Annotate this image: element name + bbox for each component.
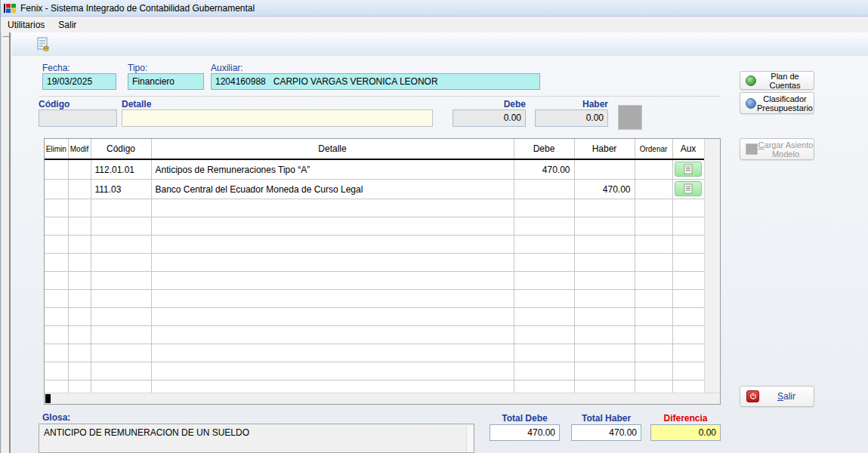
cell-detalle[interactable]: Banco Central del Ecuador Moneda de Curs… <box>151 180 514 199</box>
cell-codigo[interactable]: 111.03 <box>91 180 151 199</box>
cell-ordenar <box>635 290 672 308</box>
fecha-label: Fecha: <box>42 63 70 73</box>
col-header-elimin: Elimin <box>45 139 68 159</box>
cell-aux <box>672 272 704 290</box>
salir-button[interactable]: Salir <box>740 386 814 407</box>
cell-elimin[interactable] <box>45 159 68 180</box>
table-row <box>45 308 704 326</box>
tipo-field[interactable]: Financiero <box>128 73 204 90</box>
clasificador-presupuestario-button[interactable]: Clasificador Presupuestario <box>740 92 814 114</box>
cell-ordenar <box>635 362 672 381</box>
cell-detalle <box>151 326 514 344</box>
cell-debe <box>514 308 574 326</box>
aux-button[interactable] <box>675 181 702 196</box>
cell-aux <box>672 236 704 254</box>
cell-elimin <box>45 199 68 217</box>
glosa-scrollbar[interactable] <box>466 425 473 452</box>
cell-elimin <box>45 272 68 290</box>
cell-modif <box>68 199 91 217</box>
cell-detalle[interactable]: Anticipos de Remuneraciones Tipo “A” <box>151 159 514 180</box>
cell-haber <box>574 236 635 254</box>
total-haber-label: Total Haber <box>571 413 641 424</box>
cell-elimin <box>45 308 68 326</box>
cell-elimin <box>45 236 68 254</box>
grid-horizontal-scrollbar[interactable] <box>45 393 720 404</box>
cell-aux[interactable] <box>672 159 704 180</box>
separator-line <box>39 96 721 97</box>
col-header-haber: Haber <box>574 139 635 159</box>
cell-modif <box>68 308 91 326</box>
menu-salir[interactable]: Salir <box>51 18 83 32</box>
haber-label: Haber <box>535 99 608 109</box>
grid-vertical-scrollbar[interactable] <box>704 139 720 393</box>
cell-aux <box>672 362 704 381</box>
table-row <box>45 199 704 217</box>
table-row <box>45 236 704 254</box>
cell-haber <box>574 290 635 308</box>
cell-debe <box>514 362 574 381</box>
fecha-field[interactable]: 19/03/2025 <box>42 73 116 90</box>
cell-modif[interactable] <box>68 159 91 180</box>
cell-ordenar[interactable] <box>635 180 672 199</box>
cell-codigo <box>91 217 151 236</box>
haber-input[interactable]: 0.00 <box>535 109 608 127</box>
app-window: Fenix - Sistema Integrado de Contabilida… <box>0 0 868 453</box>
codigo-input[interactable] <box>39 109 117 127</box>
cell-elimin[interactable] <box>45 180 68 199</box>
debe-input[interactable]: 0.00 <box>453 109 526 127</box>
table-row[interactable]: 111.03Banco Central del Ecuador Moneda d… <box>45 180 704 199</box>
table-row <box>45 217 704 236</box>
cell-modif <box>68 272 91 290</box>
cell-ordenar[interactable] <box>635 159 672 180</box>
menu-utilitarios[interactable]: Utilitarios <box>1 18 51 32</box>
table-row[interactable]: 112.01.01Anticipos de Remuneraciones Tip… <box>45 159 704 180</box>
tipo-label: Tipo: <box>128 63 147 73</box>
menu-bar: Utilitarios Salir <box>1 17 868 32</box>
cell-haber <box>574 272 635 290</box>
detalle-label: Detalle <box>122 99 151 109</box>
clasificador-label: Clasificador Presupuestario <box>756 94 814 112</box>
cell-aux[interactable] <box>672 180 704 199</box>
new-entry-button[interactable] <box>34 35 52 54</box>
cell-modif[interactable] <box>68 180 91 199</box>
cell-modif <box>68 254 91 272</box>
cell-codigo <box>91 344 151 362</box>
total-debe-field: 470.00 <box>490 424 560 441</box>
cell-elimin <box>45 254 68 272</box>
cell-ordenar <box>635 199 672 217</box>
cell-detalle <box>151 308 514 326</box>
cell-detalle <box>151 217 514 236</box>
cell-detalle <box>151 290 514 308</box>
cell-ordenar <box>635 217 672 236</box>
cargar-asiento-modelo-button[interactable]: Cargar Asiento Modelo <box>740 138 814 160</box>
table-row <box>45 272 704 290</box>
scrollbar-thumb[interactable] <box>45 394 51 403</box>
splitter-grip <box>3 36 9 39</box>
cell-codigo[interactable]: 112.01.01 <box>91 159 151 180</box>
cell-ordenar <box>635 254 672 272</box>
aux-button[interactable] <box>675 162 702 177</box>
col-header-debe: Debe <box>514 139 574 159</box>
cell-aux <box>672 344 704 362</box>
codigo-label: Código <box>39 99 70 109</box>
green-sphere-icon <box>746 76 756 86</box>
add-line-button[interactable] <box>618 105 642 130</box>
cell-debe <box>514 199 574 217</box>
cell-aux <box>672 326 704 344</box>
cargar-asiento-label: Cargar Asiento Modelo <box>758 140 814 159</box>
cell-debe <box>514 272 574 290</box>
note-icon <box>684 164 693 174</box>
diferencia-label: Diferencia <box>650 413 721 424</box>
cell-haber[interactable] <box>574 159 635 180</box>
detalle-input[interactable] <box>122 109 433 127</box>
cell-debe[interactable] <box>514 180 574 199</box>
glosa-textarea[interactable]: ANTICIPO DE REMUNERACION DE UN SUELDO <box>39 424 474 453</box>
cell-haber[interactable]: 470.00 <box>574 180 635 199</box>
cell-debe <box>514 344 574 362</box>
cell-haber <box>574 344 635 362</box>
left-splitter-panel[interactable] <box>1 32 11 453</box>
plan-de-cuentas-button[interactable]: Plan de Cuentas <box>740 71 814 90</box>
auxiliar-field[interactable]: 1204160988 CARPIO VARGAS VERONICA LEONOR <box>211 73 540 90</box>
cell-debe[interactable]: 470.00 <box>514 159 574 180</box>
cell-haber <box>574 217 635 236</box>
